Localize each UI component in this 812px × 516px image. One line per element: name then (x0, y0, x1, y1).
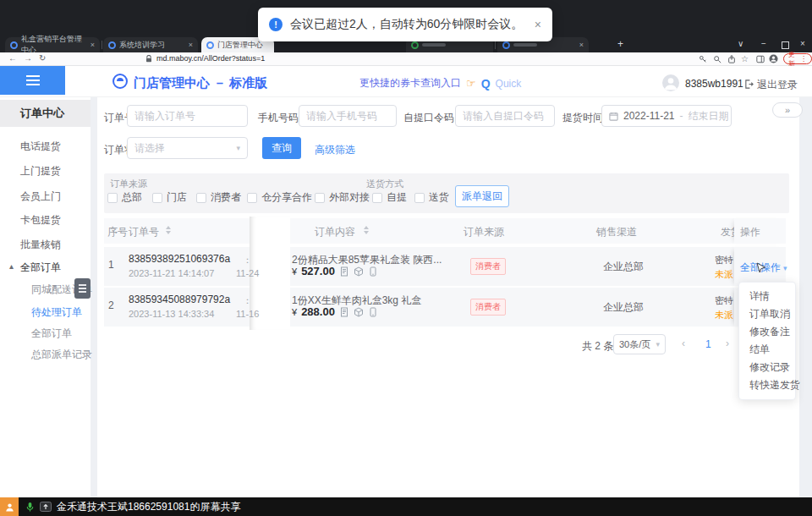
sidebar-item-phone-pickup[interactable]: 电话提货 (20, 140, 61, 154)
sidebar-item-member-visit[interactable]: 会员上门 (20, 189, 61, 204)
phone-icon[interactable] (368, 266, 378, 277)
menu-item-to-express[interactable]: 转快递发货 (739, 376, 795, 394)
microphone-icon[interactable] (25, 502, 35, 513)
currency-symbol: ¥ (292, 307, 297, 317)
menu-item-details[interactable]: 详情 (739, 288, 795, 305)
share-icon[interactable] (727, 55, 736, 63)
side-panel-icon[interactable] (756, 55, 765, 63)
checkbox-hq[interactable]: 总部 (107, 190, 142, 205)
logout-button[interactable]: 退出登录 (757, 78, 798, 92)
new-tab-button[interactable]: + (617, 38, 623, 50)
window-minimize-icon[interactable]: − (761, 39, 766, 48)
col-index: 序号 (107, 225, 128, 239)
checkbox-icon[interactable] (315, 193, 325, 203)
checkbox-store[interactable]: 门店 (152, 190, 187, 205)
toast-close-icon[interactable]: × (535, 18, 541, 31)
checkbox-self-pickup[interactable]: 自提 (372, 190, 407, 205)
pickup-code-input[interactable]: 请输入自提口令码 (455, 105, 555, 127)
menu-item-edit-note[interactable]: 修改备注 (739, 323, 795, 341)
window-menu-icon[interactable]: ∨ (738, 39, 743, 48)
quick-label[interactable]: Quick (496, 78, 522, 90)
panel-collapse-button[interactable]: » (772, 102, 803, 118)
sidebar-subitem-pending-orders-active[interactable]: 待处理订单 (31, 305, 82, 320)
checkbox-icon[interactable] (107, 193, 118, 203)
tab-favicon (411, 41, 419, 49)
box-icon[interactable] (354, 266, 364, 277)
advanced-filter-link[interactable]: 高级筛选 (315, 143, 355, 157)
page-size-select[interactable]: 30条/页 ▾ (613, 334, 666, 354)
dispatch-return-button[interactable]: 派单退回 (455, 185, 509, 207)
sidebar-toggle-button[interactable] (0, 66, 65, 95)
checkbox-icon[interactable] (196, 193, 206, 203)
menu-item-cancel-order[interactable]: 订单取消 (739, 305, 795, 323)
checkbox-warehouse-share[interactable]: 仓分享合作 (247, 190, 312, 205)
screen-share-icon[interactable] (40, 502, 52, 512)
sidebar-item-card-pickup[interactable]: 卡包提货 (20, 213, 61, 228)
col-order-no[interactable]: 订单号 (129, 225, 159, 239)
meeting-toast: ! 会议已超过2人，自动转为60分钟限时会议。 × (258, 8, 552, 41)
sidebar-subitem-hq-dispatch-log[interactable]: 总部派单记录 (31, 348, 92, 362)
bookmark-star-icon[interactable]: ☆ (741, 54, 749, 64)
tab-close-icon[interactable]: × (91, 41, 95, 49)
search-button[interactable]: 查询 (262, 137, 301, 159)
row-ship-status-clipped: 未派 (715, 268, 734, 281)
row-ship-clipped: 密特 (715, 254, 734, 266)
order-status-select[interactable]: 请选择 ▾ (127, 137, 248, 159)
group-collapse-arrow-icon[interactable]: ▴ (9, 261, 14, 271)
checkbox-delivery[interactable]: 送货 (414, 190, 449, 205)
order-no-input[interactable]: 请输入订单号 (127, 105, 248, 127)
checkbox-consumer[interactable]: 消费者 (196, 190, 241, 205)
sidebar-item-batch-verify[interactable]: 批量核销 (20, 238, 61, 252)
checkbox-icon[interactable] (372, 193, 382, 203)
tab-title: 门店管理中心 (217, 40, 263, 51)
url-text[interactable]: md.maboy.cn/AllOrder?status=1 (156, 54, 265, 63)
checkbox-icon[interactable] (152, 193, 162, 203)
receipt-icon[interactable] (339, 266, 349, 277)
sidebar-item-door-pickup[interactable]: 上门提货 (20, 164, 61, 178)
quick-q-icon[interactable]: Q (481, 77, 491, 91)
browser-update-button[interactable]: 更新 ⋮ (783, 53, 812, 64)
menu-item-close-order[interactable]: 结单 (739, 341, 795, 359)
phone-input[interactable]: 请输入手机号码 (299, 105, 397, 127)
reload-icon[interactable]: ↻ (39, 53, 46, 63)
checkbox-external[interactable]: 外部对接 (315, 190, 370, 205)
sort-icon[interactable] (166, 226, 171, 234)
profile-avatar-icon[interactable] (769, 54, 778, 63)
box-icon[interactable] (354, 307, 364, 317)
zoom-icon[interactable] (713, 55, 721, 63)
tab-favicon (206, 41, 214, 49)
info-icon: ! (269, 18, 283, 31)
checkbox-label: 外部对接 (329, 190, 370, 205)
browser-tab-2[interactable]: 系统培训学习 × (103, 37, 198, 52)
col-content[interactable]: 订单内容 (315, 225, 355, 239)
browser-toolbar (0, 52, 812, 66)
quick-entry-text[interactable]: 更快捷的券卡查询入口 (359, 76, 461, 91)
menu-item-edit-log[interactable]: 修改记录 (739, 359, 795, 376)
pagination-prev[interactable]: ‹ (682, 338, 685, 349)
user-avatar[interactable] (662, 74, 679, 91)
key-icon[interactable] (699, 55, 707, 63)
sidebar-group-all-orders[interactable]: 全部订单 (20, 261, 61, 275)
pagination-next[interactable]: › (726, 338, 729, 349)
checkbox-icon[interactable] (247, 193, 257, 203)
participant-tile[interactable] (0, 497, 19, 516)
checkbox-label: 自提 (387, 190, 407, 205)
sidebar-subitem-all-orders[interactable]: 全部订单 (31, 327, 72, 341)
forward-icon[interactable]: → (24, 53, 32, 63)
browser-tab-1[interactable]: 礼盒营销平台管理中心 × (5, 37, 100, 52)
checkbox-icon[interactable] (414, 193, 425, 203)
phone-icon[interactable] (368, 307, 378, 317)
quick-entry[interactable]: 更快捷的券卡查询入口 ☞ Q Quick (359, 76, 521, 91)
receipt-icon[interactable] (339, 307, 349, 317)
pagination-page-1[interactable]: 1 (705, 338, 711, 350)
date-range-input[interactable]: 2022-11-21 - 结束日期 (601, 105, 732, 127)
hamburger-icon (26, 80, 40, 81)
window-close-icon[interactable]: × (800, 39, 805, 48)
back-icon[interactable]: ← (8, 53, 17, 63)
window-maximize-icon[interactable] (782, 41, 789, 49)
tab-close-icon[interactable]: × (189, 41, 193, 49)
tab-close-icon[interactable]: × (579, 41, 584, 49)
calendar-icon (609, 112, 618, 121)
sort-icon[interactable] (364, 226, 369, 234)
sidebar-collapse-handle[interactable] (74, 278, 91, 299)
